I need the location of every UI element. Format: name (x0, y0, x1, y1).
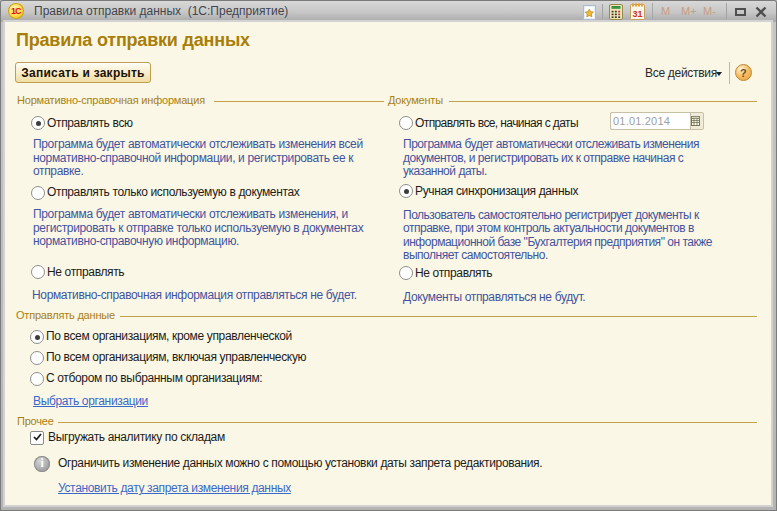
svg-text:31: 31 (632, 9, 642, 19)
